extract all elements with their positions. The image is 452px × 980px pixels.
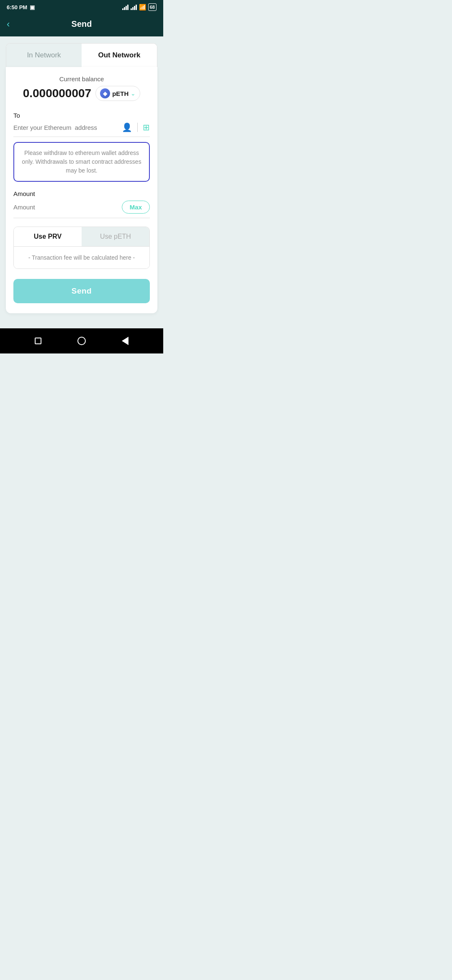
status-bar: 6:50 PM ▣ 📶 68 — [0, 0, 163, 13]
circle-icon — [77, 337, 86, 345]
send-card: Current balance 0.000000007 ◆ pETH ⌄ To … — [6, 67, 157, 313]
icon-divider — [137, 123, 138, 132]
header: ‹ Send — [0, 13, 163, 36]
status-bar-right: 📶 68 — [122, 3, 157, 11]
square-icon — [35, 338, 41, 344]
signal-bar — [136, 5, 137, 10]
battery-indicator: 68 — [148, 3, 157, 11]
address-input-row: 👤 ⊞ — [13, 122, 150, 137]
contact-icon[interactable]: 👤 — [122, 122, 132, 132]
warning-text: Please withdraw to ethereum wallet addre… — [21, 149, 142, 175]
amount-section: Amount Max — [13, 190, 150, 218]
eth-icon: ◆ — [100, 88, 110, 98]
fee-tab-peth[interactable]: Use pETH — [82, 227, 149, 246]
address-icons: 👤 ⊞ — [122, 122, 150, 132]
signal-bar — [134, 6, 135, 10]
nav-back-button[interactable] — [122, 337, 128, 345]
signal-bar — [124, 7, 125, 10]
signal-bar — [126, 6, 127, 10]
token-name: pETH — [112, 90, 128, 97]
tab-in-network[interactable]: In Network — [6, 44, 82, 67]
address-input[interactable] — [13, 124, 122, 131]
scan-qr-icon[interactable]: ⊞ — [143, 122, 150, 132]
fee-section: Use PRV Use pETH - Transaction fee will … — [13, 227, 150, 269]
balance-section: Current balance 0.000000007 ◆ pETH ⌄ — [13, 75, 150, 101]
max-button[interactable]: Max — [122, 201, 150, 214]
tab-out-network[interactable]: Out Network — [82, 44, 157, 67]
fee-text: - Transaction fee will be calculated her… — [28, 254, 135, 261]
chevron-down-icon: ⌄ — [131, 90, 136, 97]
amount-label: Amount — [13, 190, 150, 197]
time-display: 6:50 PM — [7, 4, 27, 10]
signal-bars-1 — [122, 5, 128, 10]
to-label: To — [13, 112, 150, 119]
nav-square-button[interactable] — [35, 338, 41, 344]
token-selector[interactable]: ◆ pETH ⌄ — [95, 86, 140, 101]
wifi-icon: 📶 — [139, 4, 146, 10]
fee-display: - Transaction fee will be calculated her… — [14, 246, 149, 268]
amount-input-row: Max — [13, 201, 150, 218]
status-bar-left: 6:50 PM ▣ — [7, 4, 35, 10]
balance-amount: 0.000000007 — [23, 87, 92, 100]
triangle-icon — [122, 337, 128, 345]
fee-tabs: Use PRV Use pETH — [14, 227, 149, 246]
signal-bar — [122, 8, 123, 10]
balance-row: 0.000000007 ◆ pETH ⌄ — [13, 86, 150, 101]
network-tabs: In Network Out Network — [6, 43, 157, 67]
send-button[interactable]: Send — [13, 279, 150, 303]
nav-home-button[interactable] — [77, 337, 86, 345]
battery-level: 68 — [150, 5, 155, 10]
signal-bar — [132, 7, 134, 10]
signal-bars-2 — [131, 5, 137, 10]
sim-icon: ▣ — [30, 4, 35, 10]
signal-bar — [127, 5, 128, 10]
main-content: In Network Out Network Current balance 0… — [0, 36, 163, 328]
warning-box: Please withdraw to ethereum wallet addre… — [13, 142, 150, 182]
back-button[interactable]: ‹ — [7, 20, 10, 29]
page-title: Send — [72, 19, 92, 29]
amount-input[interactable] — [13, 204, 122, 211]
balance-label: Current balance — [13, 75, 150, 83]
signal-bar — [131, 8, 132, 10]
bottom-nav — [0, 328, 163, 353]
fee-tab-prv[interactable]: Use PRV — [14, 227, 82, 246]
